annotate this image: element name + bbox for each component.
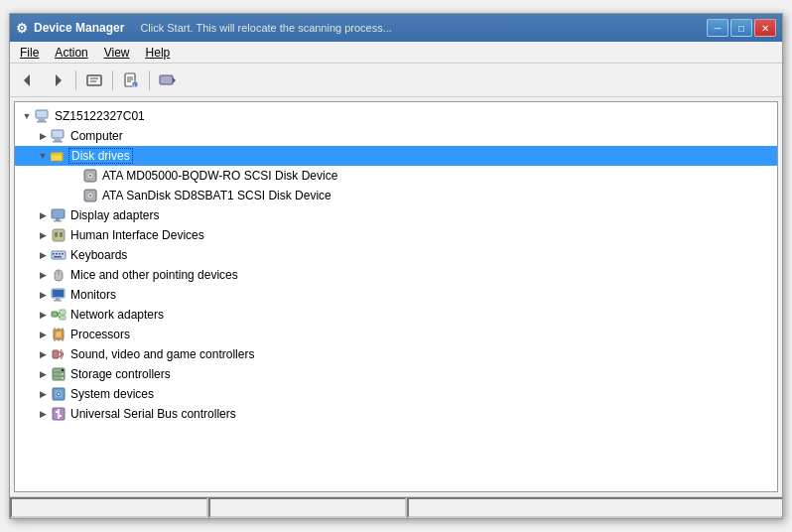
svg-rect-49	[56, 332, 62, 337]
expand-mice[interactable]: ▶	[35, 267, 51, 283]
tree-item-network[interactable]: ▶ Network adapters	[15, 305, 777, 325]
expand-processors[interactable]: ▶	[35, 327, 51, 342]
network-icon	[51, 307, 66, 323]
expand-disk-drives[interactable]: ▼	[35, 148, 51, 164]
show-hidden-icon	[85, 72, 103, 88]
status-pane-3	[407, 497, 782, 518]
status-bar	[10, 496, 782, 518]
disk2-icon	[82, 188, 98, 203]
svg-rect-2	[87, 75, 101, 85]
window-notice: Click Start. This will relocate the scan…	[140, 22, 392, 34]
properties-button[interactable]: i	[117, 67, 145, 93]
svg-rect-29	[53, 229, 65, 241]
svg-point-60	[62, 369, 64, 371]
toolbar: i	[10, 64, 782, 97]
svg-point-62	[62, 377, 64, 379]
svg-point-22	[89, 175, 91, 177]
svg-rect-16	[52, 130, 64, 138]
svg-point-65	[58, 393, 60, 395]
display-label: Display adapters	[68, 208, 161, 222]
toolbar-separator-3	[149, 70, 150, 90]
tree-item-monitors[interactable]: ▶ Monitors	[15, 285, 777, 305]
expand-display[interactable]: ▶	[35, 207, 51, 223]
tree-item-usb[interactable]: ▶ Universal Serial Bus controllers	[15, 404, 777, 424]
toolbar-separator-1	[75, 70, 76, 90]
usb-label: Universal Serial Bus controllers	[68, 407, 238, 421]
tree-item-display[interactable]: ▶ Display adapters	[15, 205, 777, 225]
expand-root[interactable]: ▼	[19, 108, 35, 124]
svg-marker-12	[173, 77, 176, 83]
svg-point-61	[62, 373, 64, 375]
expand-computer[interactable]: ▶	[35, 128, 51, 144]
monitors-label: Monitors	[68, 288, 118, 302]
display-icon	[51, 207, 66, 223]
svg-rect-45	[60, 316, 66, 320]
update-driver-button[interactable]	[154, 67, 182, 93]
processors-label: Processors	[68, 328, 132, 341]
menu-view[interactable]: View	[96, 42, 138, 63]
processor-icon	[51, 327, 66, 342]
svg-rect-32	[52, 251, 66, 259]
update-driver-icon	[159, 72, 177, 88]
expand-system[interactable]: ▶	[35, 386, 51, 402]
window-title: Device Manager	[34, 21, 124, 35]
svg-rect-13	[36, 110, 48, 118]
menu-bar: File Action View Help	[10, 42, 782, 64]
tree-item-sound[interactable]: ▶ Sound, video and game controllers	[15, 344, 777, 364]
tree-item-storage[interactable]: ▶ Storage controllers	[15, 364, 777, 384]
back-button[interactable]	[14, 67, 42, 93]
menu-view-label: View	[104, 46, 130, 60]
tree-item-disk1[interactable]: ▶ ATA MD05000-BQDW-RO SCSI Disk Device	[15, 166, 777, 186]
svg-rect-44	[60, 310, 66, 315]
expand-hid[interactable]: ▶	[35, 227, 51, 243]
svg-rect-14	[39, 119, 45, 121]
maximize-button[interactable]: □	[730, 19, 752, 37]
svg-rect-42	[54, 300, 62, 302]
status-pane-2	[208, 497, 407, 518]
svg-rect-26	[52, 209, 65, 218]
tree-item-root[interactable]: ▼ SZ15122327C01	[15, 106, 777, 126]
svg-rect-68	[56, 411, 59, 413]
usb-icon	[51, 406, 66, 422]
minimize-button[interactable]: ─	[707, 19, 728, 37]
tree-item-disk2[interactable]: ▶ ATA SanDisk SD8SBAT1 SCSI Disk Device	[15, 186, 777, 205]
network-label: Network adapters	[68, 308, 166, 322]
expand-network[interactable]: ▶	[35, 307, 51, 323]
svg-rect-43	[52, 312, 58, 317]
svg-point-25	[89, 195, 91, 197]
menu-help[interactable]: Help	[138, 42, 179, 63]
status-pane-1	[10, 497, 208, 518]
menu-action-label: Action	[55, 46, 87, 60]
menu-file-label: File	[20, 46, 39, 60]
expand-sound[interactable]: ▶	[35, 346, 51, 362]
svg-rect-28	[54, 220, 62, 222]
svg-rect-40	[53, 290, 64, 297]
tree-item-mice[interactable]: ▶ Mice and other pointing devices	[15, 265, 777, 285]
menu-action[interactable]: Action	[47, 42, 95, 63]
tree-view[interactable]: ▼ SZ15122327C01 ▶ Computer	[14, 101, 778, 492]
tree-item-processors[interactable]: ▶ Processors	[15, 325, 777, 344]
svg-rect-30	[55, 232, 58, 237]
expand-usb[interactable]: ▶	[35, 406, 51, 422]
expand-keyboards[interactable]: ▶	[35, 247, 51, 263]
computer-label: Computer	[68, 129, 125, 143]
tree-item-hid[interactable]: ▶ Human Interface Devices	[15, 225, 777, 245]
title-bar-left: ⚙ Device Manager Click Start. This will …	[16, 21, 392, 36]
tree-item-disk-drives[interactable]: ▼ Disk drives	[15, 146, 777, 166]
close-button[interactable]: ✕	[754, 19, 776, 37]
svg-rect-36	[62, 253, 64, 255]
storage-label: Storage controllers	[68, 367, 173, 381]
toolbar-separator-2	[112, 70, 113, 90]
menu-file[interactable]: File	[12, 42, 47, 63]
forward-button[interactable]	[44, 67, 71, 93]
hid-label: Human Interface Devices	[68, 228, 206, 242]
properties-icon: i	[123, 72, 139, 88]
expand-storage[interactable]: ▶	[35, 366, 51, 382]
show-hidden-button[interactable]	[80, 67, 108, 93]
tree-item-computer[interactable]: ▶ Computer	[15, 126, 777, 146]
tree-item-keyboards[interactable]: ▶ Keyboards	[15, 245, 777, 265]
svg-rect-18	[53, 141, 63, 143]
expand-monitors[interactable]: ▶	[35, 287, 51, 303]
tree-item-system[interactable]: ▶ System devices	[15, 384, 777, 404]
disk2-label: ATA SanDisk SD8SBAT1 SCSI Disk Device	[100, 189, 333, 202]
